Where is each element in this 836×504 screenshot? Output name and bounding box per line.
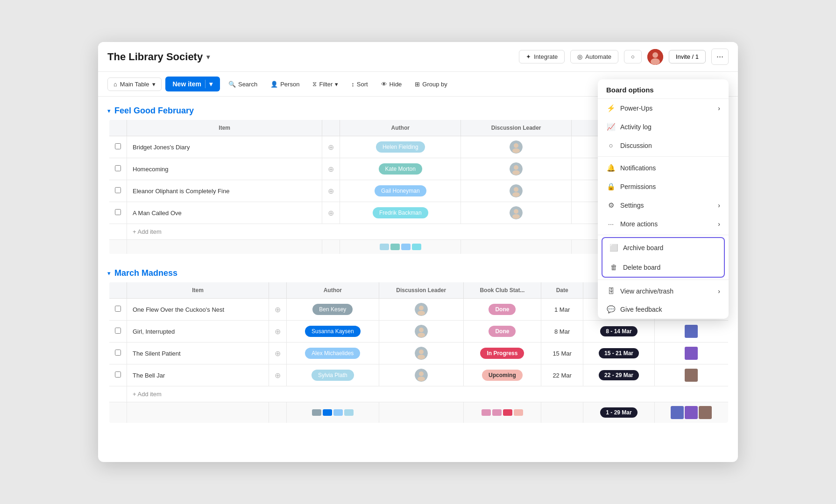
- row-discussion-leader: [461, 202, 572, 224]
- archive-board-item[interactable]: ⬜ Archive board: [602, 238, 724, 258]
- notifications-label: Notifications: [620, 164, 656, 172]
- row-add-icon-mar[interactable]: ⊕: [269, 299, 287, 321]
- permissions-icon: 🔒: [606, 182, 616, 191]
- dropdown-item-permissions[interactable]: 🔒 Permissions: [598, 177, 729, 196]
- dropdown-item-power-ups[interactable]: ⚡ Power-Ups ›: [598, 99, 729, 118]
- header-discussion-leader-col: Discussion Leader: [461, 120, 572, 136]
- delete-board-item[interactable]: 🗑 Delete board: [602, 258, 724, 277]
- view-archive-icon: 🗄: [606, 287, 616, 295]
- hide-action[interactable]: 👁 Hide: [376, 78, 407, 91]
- row-thumb-mar: [654, 364, 728, 386]
- row-add-icon-mar[interactable]: ⊕: [269, 364, 287, 386]
- new-item-button[interactable]: New item ▾: [165, 77, 220, 91]
- board-title-text: The Library Society: [107, 51, 203, 63]
- dropdown-item-more-actions[interactable]: ··· More actions ›: [598, 215, 729, 233]
- row-author-mar: Alex Michaelides: [287, 343, 379, 364]
- table-selector[interactable]: ⌂ Main Table ▾: [107, 77, 162, 91]
- person-icon: 👤: [270, 81, 278, 88]
- group-title-feb: Feel Good February: [114, 106, 194, 116]
- row-add-icon[interactable]: ⊕: [322, 180, 340, 202]
- board-title-chevron[interactable]: ▾: [206, 53, 210, 61]
- discussion-icon: ○: [606, 141, 616, 149]
- add-item-row-mar[interactable]: + Add item: [108, 386, 729, 402]
- dropdown-item-view-archive[interactable]: 🗄 View archive/trash ›: [598, 282, 729, 300]
- row-add-icon-mar[interactable]: ⊕: [269, 343, 287, 364]
- person-action[interactable]: 👤 Person: [266, 78, 304, 91]
- dropdown-item-notifications[interactable]: 🔔 Notifications: [598, 159, 729, 177]
- give-feedback-icon: 💬: [606, 305, 616, 314]
- row-checkbox-mar[interactable]: [108, 343, 127, 364]
- home-icon: ⌂: [113, 81, 117, 88]
- hide-icon: 👁: [381, 81, 387, 88]
- chat-button[interactable]: ○: [624, 50, 642, 63]
- row-discussion-leader: [461, 158, 572, 180]
- search-action[interactable]: 🔍 Search: [224, 78, 262, 91]
- archive-board-label: Archive board: [623, 244, 663, 252]
- integrate-button[interactable]: ✦ Integrate: [519, 50, 565, 63]
- group-by-icon: ⊞: [415, 81, 420, 88]
- dropdown-item-discussion[interactable]: ○ Discussion: [598, 136, 729, 154]
- row-item-name: Eleanor Oliphant is Completely Fine: [127, 180, 322, 202]
- svg-point-22: [419, 350, 424, 354]
- dropdown-item-give-feedback[interactable]: 💬 Give feedback: [598, 300, 729, 319]
- table-name: Main Table: [120, 81, 149, 88]
- group-by-action[interactable]: ⊞ Group by: [410, 78, 452, 91]
- row-status-mar: Upcoming: [463, 364, 541, 386]
- automate-button[interactable]: ◎ Automate: [570, 50, 618, 63]
- integrate-icon: ✦: [526, 53, 531, 60]
- row-checkbox[interactable]: [108, 202, 127, 224]
- archive-board-icon: ⬜: [609, 244, 618, 252]
- row-checkbox[interactable]: [108, 180, 127, 202]
- row-checkbox[interactable]: [108, 158, 127, 180]
- svg-point-20: [418, 333, 425, 337]
- header-item-col-mar: Item: [127, 282, 269, 299]
- discussion-label: Discussion: [620, 142, 652, 149]
- dropdown-item-settings[interactable]: ⚙ Settings ›: [598, 196, 729, 215]
- row-add-icon[interactable]: ⊕: [322, 202, 340, 224]
- more-options-button[interactable]: ···: [711, 49, 729, 65]
- chat-icon: ○: [631, 53, 635, 60]
- dropdown-item-activity-log[interactable]: 📈 Activity log: [598, 118, 729, 136]
- table-row: The Silent Patient ⊕ Alex Michaelides In…: [108, 343, 729, 364]
- header-add-col-mar: [269, 282, 287, 299]
- row-add-icon-mar[interactable]: ⊕: [269, 321, 287, 343]
- row-date-mar: 1 Mar: [541, 299, 583, 321]
- svg-point-5: [512, 148, 520, 153]
- row-add-icon[interactable]: ⊕: [322, 136, 340, 158]
- svg-point-17: [418, 311, 425, 315]
- header-book-club-status-col-mar: Book Club Stat...: [463, 282, 541, 299]
- invite-button[interactable]: Invite / 1: [669, 50, 706, 63]
- svg-point-10: [514, 187, 518, 192]
- row-checkbox[interactable]: [108, 136, 127, 158]
- sort-action[interactable]: ↕ Sort: [347, 78, 372, 91]
- group-collapse-feb[interactable]: ▾: [107, 107, 111, 114]
- svg-point-26: [418, 377, 425, 381]
- add-item-label-mar[interactable]: + Add item: [127, 386, 729, 402]
- row-discussion-leader-mar: [379, 321, 463, 343]
- row-date-mar: 15 Mar: [541, 343, 583, 364]
- row-checkbox-mar[interactable]: [108, 321, 127, 343]
- app-window: The Library Society ▾ ✦ Integrate ◎ Auto…: [98, 42, 738, 462]
- filter-action[interactable]: ⧖ Filter ▾: [308, 77, 343, 91]
- dropdown-divider-3: [598, 280, 729, 280]
- row-add-icon[interactable]: ⊕: [322, 158, 340, 180]
- row-author: Kate Morton: [340, 158, 461, 180]
- search-label: Search: [238, 81, 257, 88]
- header: The Library Society ▾ ✦ Integrate ◎ Auto…: [98, 42, 738, 72]
- svg-point-11: [512, 192, 520, 197]
- activity-log-label: Activity log: [620, 123, 652, 131]
- row-checkbox-mar[interactable]: [108, 364, 127, 386]
- row-date-range-mar: 15 - 21 Mar: [583, 343, 655, 364]
- group-title-mar: March Madness: [114, 268, 177, 278]
- row-author: Gail Honeyman: [340, 180, 461, 202]
- row-checkbox-mar[interactable]: [108, 299, 127, 321]
- dropdown-divider-1: [598, 156, 729, 157]
- power-ups-icon: ⚡: [606, 104, 616, 112]
- row-item-name-mar: The Bell Jar: [127, 364, 269, 386]
- activity-log-icon: 📈: [606, 123, 616, 131]
- header-item-col: Item: [127, 120, 322, 136]
- row-thumb-mar: [654, 343, 728, 364]
- svg-point-4: [514, 143, 518, 148]
- group-collapse-mar[interactable]: ▾: [107, 270, 111, 277]
- row-discussion-leader: [461, 180, 572, 202]
